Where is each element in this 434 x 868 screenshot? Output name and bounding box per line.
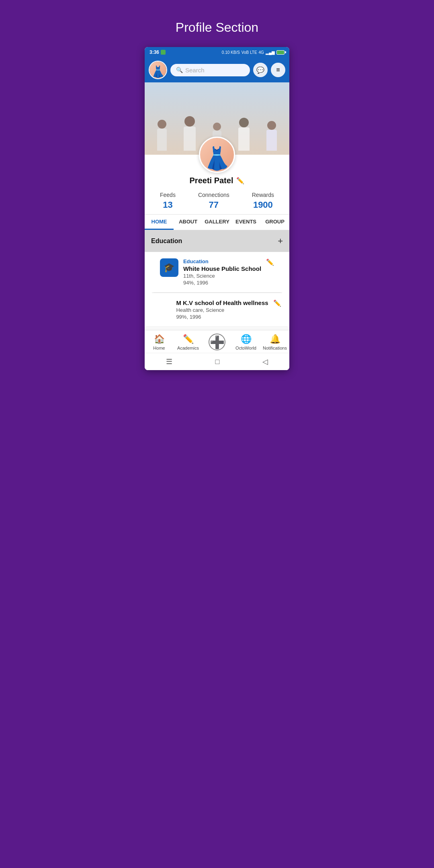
app-header: 👗 🔍 Search 💬 ≡: [145, 57, 289, 82]
stat-rewards: Rewards 1900: [252, 192, 274, 210]
bottom-nav: 🏠 Home ✏️ Academics ➕ 🌐 OctoWorld 🔔 Noti…: [145, 330, 289, 353]
network-type: 4G: [259, 50, 264, 55]
add-education-button[interactable]: +: [278, 236, 283, 246]
tab-home[interactable]: HOME: [145, 215, 174, 230]
tab-about[interactable]: ABOUT: [174, 215, 203, 230]
stats-row: Feeds 13 Connections 77 Rewards 1900: [145, 185, 289, 215]
system-home-button[interactable]: □: [215, 358, 220, 366]
edu-detail1-1: 11th, Science: [183, 273, 261, 279]
spacer: [145, 327, 289, 330]
figure-1: [157, 120, 167, 151]
education-section-header: Education +: [145, 230, 289, 252]
education-icon-1: 🎓: [160, 258, 178, 277]
feeds-label: Feeds: [160, 192, 176, 198]
tab-events[interactable]: EVENTS: [231, 215, 260, 230]
octo-plus-icon: ➕: [209, 334, 225, 350]
octoworld-icon: 🌐: [241, 334, 252, 344]
edu-category-1: Education: [183, 258, 261, 264]
rewards-label: Rewards: [252, 192, 274, 198]
stat-connections: Connections 77: [198, 192, 229, 210]
connections-value: 77: [209, 200, 219, 210]
data-type: VoB LTE: [242, 50, 257, 55]
nav-academics[interactable]: ✏️ Academics: [174, 334, 203, 350]
edu-school-2: M K.V school of Health wellness: [176, 299, 268, 306]
profile-avatar-image: 👗: [203, 145, 231, 172]
signal-bars: ▂▄▆: [266, 50, 275, 55]
search-bar[interactable]: 🔍 Search: [170, 64, 250, 76]
edu-detail2-2: 99%, 1996: [176, 314, 268, 320]
page-title: Profile Section: [176, 20, 258, 35]
avatar-image: 👗: [149, 61, 166, 78]
profile-avatar[interactable]: 👗: [199, 137, 235, 173]
header-icons: 💬 ≡: [253, 63, 285, 77]
chat-button[interactable]: 💬: [253, 63, 268, 77]
notifications-label: Notifications: [263, 346, 287, 350]
search-placeholder: Search: [185, 67, 205, 74]
profile-name: Preeti Patel: [190, 176, 233, 185]
figure-4: [238, 118, 250, 151]
status-time: 3:36: [149, 49, 159, 55]
academics-label: Academics: [177, 346, 199, 350]
education-entry-2: M K.V school of Health wellness Health c…: [146, 293, 287, 327]
chat-icon: 💬: [256, 66, 264, 74]
system-back-button[interactable]: ◁: [262, 357, 268, 366]
edit-edu-1-icon[interactable]: ✏️: [266, 258, 274, 266]
notifications-icon: 🔔: [270, 334, 280, 344]
edu-detail2-1: 94%, 1996: [183, 280, 261, 286]
nav-home[interactable]: 🏠 Home: [145, 334, 174, 350]
nav-notifications[interactable]: 🔔 Notifications: [260, 334, 289, 350]
phone-frame: 3:36 0.10 KB/S VoB LTE 4G ▂▄▆ 👗 🔍 Search: [145, 47, 289, 370]
feeds-value: 13: [163, 200, 172, 210]
figure-2: [184, 116, 196, 151]
edu-detail1-2: Health care, Science: [176, 307, 268, 313]
rewards-value: 1900: [253, 200, 273, 210]
octoworld-label: OctoWorld: [235, 346, 256, 350]
graduation-icon: 🎓: [164, 262, 174, 273]
system-menu-button[interactable]: ☰: [166, 357, 172, 366]
profile-name-row: Preeti Patel ✏️: [190, 176, 245, 185]
academics-icon: ✏️: [183, 334, 194, 344]
connections-label: Connections: [198, 192, 229, 198]
battery-icon: [276, 50, 285, 55]
menu-icon: ≡: [276, 66, 280, 74]
education-content-2: M K.V school of Health wellness Health c…: [176, 299, 268, 320]
profile-section: 👗 Preeti Patel ✏️ Feeds 13 Connections 7…: [145, 155, 289, 330]
system-nav: ☰ □ ◁: [145, 353, 289, 370]
edu-school-1: White House Public School: [183, 265, 261, 272]
home-icon: 🏠: [154, 334, 165, 344]
menu-button[interactable]: ≡: [271, 63, 285, 77]
header-avatar[interactable]: 👗: [149, 61, 167, 79]
tab-group[interactable]: GROUP: [260, 215, 289, 230]
edit-profile-icon[interactable]: ✏️: [236, 177, 244, 184]
status-icon: [161, 50, 166, 55]
status-bar: 3:36 0.10 KB/S VoB LTE 4G ▂▄▆: [145, 47, 289, 57]
stat-feeds: Feeds 13: [160, 192, 176, 210]
home-label: Home: [153, 346, 165, 350]
tab-gallery[interactable]: GALLERY: [203, 215, 231, 230]
education-entry-1: 🎓 Education White House Public School 11…: [154, 252, 280, 293]
nav-octoworld[interactable]: 🌐 OctoWorld: [231, 334, 260, 350]
education-content-1: Education White House Public School 11th…: [183, 258, 261, 286]
figure-5: [266, 121, 277, 151]
edu-icon-spacer: [153, 299, 171, 320]
nav-octo-plus[interactable]: ➕: [203, 334, 231, 350]
profile-tabs: HOME ABOUT GALLERY EVENTS GROUP: [145, 215, 289, 230]
search-icon: 🔍: [176, 67, 183, 73]
edit-edu-2-icon[interactable]: ✏️: [273, 299, 281, 307]
data-speed: 0.10 KB/S: [222, 50, 240, 55]
education-title: Education: [151, 237, 182, 245]
